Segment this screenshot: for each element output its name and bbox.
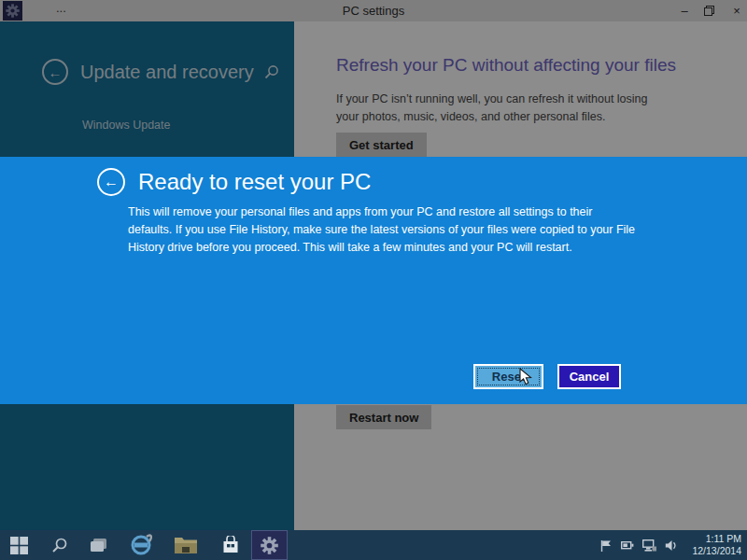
- settings-taskbar-button-active[interactable]: [251, 530, 288, 560]
- system-tray: [600, 530, 678, 560]
- windows-logo-icon: [10, 537, 28, 554]
- screen: ... PC settings – × ← Update and recover…: [0, 0, 747, 560]
- task-view-icon[interactable]: [86, 530, 112, 560]
- cancel-button[interactable]: Cancel: [557, 364, 621, 389]
- volume-icon[interactable]: [665, 539, 678, 552]
- start-button[interactable]: [6, 530, 32, 560]
- mouse-cursor: [519, 368, 535, 385]
- settings-gear-icon: [261, 537, 278, 554]
- taskbar: 1:11 PM 12/13/2014: [0, 530, 747, 560]
- clock-time: 1:11 PM: [706, 533, 741, 545]
- action-center-flag-icon[interactable]: [600, 539, 613, 552]
- clock-date: 12/13/2014: [692, 545, 741, 557]
- dialog-title: Ready to reset your PC: [138, 169, 371, 195]
- power-icon[interactable]: [621, 539, 634, 551]
- reset-pc-dialog: ← Ready to reset your PC This will remov…: [0, 157, 747, 404]
- internet-explorer-icon[interactable]: [127, 530, 155, 560]
- network-icon[interactable]: [642, 539, 656, 552]
- taskbar-clock[interactable]: 1:11 PM 12/13/2014: [692, 530, 741, 560]
- taskbar-search-icon[interactable]: [47, 530, 73, 560]
- file-explorer-icon[interactable]: [172, 530, 200, 560]
- dialog-body-text: This will remove your personal files and…: [128, 203, 637, 257]
- store-icon[interactable]: [217, 530, 245, 560]
- dialog-back-icon[interactable]: ←: [97, 168, 125, 196]
